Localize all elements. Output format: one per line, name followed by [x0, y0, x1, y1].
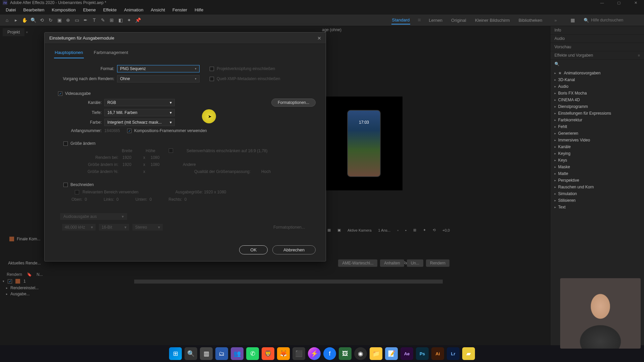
views-select[interactable]: 1 Ans... [376, 228, 393, 233]
format-select[interactable]: PNG Sequenz▾ [117, 65, 200, 72]
type-tool-icon[interactable]: T [90, 16, 99, 24]
whatsapp-icon[interactable]: ✆ [246, 347, 259, 360]
brave-icon[interactable]: 🦁 [262, 347, 274, 360]
facebook-icon[interactable]: f [323, 347, 336, 360]
menu-bearbeiten[interactable]: Bearbeiten [19, 6, 48, 14]
expand-icon[interactable]: ▸ [6, 292, 8, 296]
eraser-tool-icon[interactable]: ◧ [116, 16, 125, 24]
tree-item[interactable]: ▸3D-Kanal [550, 76, 644, 83]
camera-tool-icon[interactable]: ▣ [55, 16, 64, 24]
stop-button[interactable]: Un... [407, 259, 423, 267]
cancel-button[interactable]: Abbrechen [272, 245, 316, 254]
panel-menu-icon[interactable]: ≡ [638, 53, 640, 57]
render-button[interactable]: Rendern [426, 259, 449, 267]
workspace-grid-icon[interactable]: ▦ [568, 16, 577, 24]
ame-queue-button[interactable]: AME-Warteschl... [338, 259, 377, 267]
format-options-button[interactable]: Formatoptionen... [271, 99, 316, 107]
tree-item[interactable]: ▸Perspektive [550, 177, 644, 184]
pause-button[interactable]: Anhalten [380, 259, 404, 267]
render-checkbox[interactable] [8, 279, 12, 284]
channels-select[interactable]: RGB▾ [104, 99, 175, 106]
menu-ebene[interactable]: Ebene [79, 6, 100, 14]
workspace-overflow-icon[interactable]: » [554, 18, 557, 23]
dialog-close-button[interactable]: ✕ [316, 35, 322, 41]
tree-item[interactable]: ▸Maske [550, 164, 644, 170]
home-icon[interactable]: ⌂ [3, 16, 11, 24]
taskbar-search-icon[interactable]: 🔍 [184, 347, 197, 360]
viewer-icon[interactable]: ⟲ [431, 227, 438, 233]
depth-select[interactable]: 16,7 Mill. Farben▾ [104, 109, 175, 116]
notepad-icon[interactable]: 📝 [385, 347, 398, 360]
effects-panel-header[interactable]: Effekte und Vorgaben≡ [550, 51, 644, 60]
brush-tool-icon[interactable]: ✎ [99, 16, 107, 24]
messenger-icon[interactable]: ⚡ [308, 347, 321, 360]
color-select[interactable]: Integriert (mit Schwarz mask...▾ [104, 119, 175, 126]
app-icon[interactable]: ⬛ [292, 347, 305, 360]
firefox-icon[interactable]: 🦊 [277, 347, 290, 360]
roto-tool-icon[interactable]: ✦ [125, 16, 133, 24]
tree-item[interactable]: ▸★Animationsvorgaben [550, 70, 644, 76]
dialog-titlebar[interactable]: Einstellungen für Ausgabemodule ✕ [45, 33, 326, 44]
viewer-icon[interactable]: ⊞ [411, 227, 418, 233]
start-button[interactable]: ⊞ [169, 347, 182, 360]
pan-behind-tool-icon[interactable]: ⊕ [64, 16, 72, 24]
tree-item[interactable]: ▸Audio [550, 83, 644, 90]
comp-item[interactable]: Finale Kom... [17, 237, 41, 241]
illustrator-icon[interactable]: Ai [431, 347, 444, 360]
task-view-icon[interactable]: ▥ [200, 347, 213, 360]
crop-checkbox[interactable] [63, 183, 68, 187]
app-icon[interactable]: 🖼 [339, 347, 352, 360]
selection-tool-icon[interactable]: ▸ [11, 16, 20, 24]
workspace-lernen[interactable]: Lernen [428, 16, 443, 24]
zoom-tool-icon[interactable]: 🔍 [29, 16, 38, 24]
viewer-mask-icon[interactable]: ▣ [335, 227, 343, 233]
folder-icon[interactable]: 📁 [370, 347, 382, 360]
menu-ansicht[interactable]: Ansicht [147, 6, 169, 14]
photoshop-icon[interactable]: Ps [416, 347, 429, 360]
active-camera-select[interactable]: Aktive Kamera [345, 228, 374, 233]
viewer-icon[interactable]: ✦ [421, 227, 428, 233]
ok-button[interactable]: OK [239, 245, 268, 254]
app-icon[interactable]: ▰ [462, 347, 475, 360]
expand-icon[interactable]: ▸ [6, 286, 8, 290]
pen-tool-icon[interactable]: ✒ [81, 16, 90, 24]
tree-item[interactable]: ▸Farbkorrektur [550, 117, 644, 123]
info-panel-header[interactable]: Info [550, 26, 644, 35]
tree-item[interactable]: ▸Stilisieren [550, 197, 644, 204]
output-module-link[interactable]: Ausgabe... [10, 292, 30, 296]
menu-komposition[interactable]: Komposition [48, 6, 79, 14]
tree-item[interactable]: ▸Einstellungen für Expressions [550, 110, 644, 117]
tab-color-management[interactable]: Farbmanagement [93, 47, 129, 58]
lightroom-icon[interactable]: Lr [447, 347, 460, 360]
workspace-original[interactable]: Original [450, 16, 467, 24]
menu-animation[interactable]: Animation [120, 6, 147, 14]
after-effects-icon[interactable]: Ae [400, 347, 413, 360]
close-button[interactable]: ✕ [627, 0, 644, 5]
menu-fenster[interactable]: Fenster [169, 6, 191, 14]
resize-checkbox[interactable] [63, 141, 68, 146]
workspace-kleiner[interactable]: Kleiner Bildschirm [474, 16, 511, 24]
obs-icon[interactable]: ◉ [354, 347, 367, 360]
menu-datei[interactable]: Datei [2, 6, 19, 14]
tree-item[interactable]: ▸Dienstprogramm [550, 103, 644, 110]
expand-icon[interactable]: ▾ [3, 280, 4, 283]
clone-tool-icon[interactable]: ⊞ [107, 16, 116, 24]
tree-item[interactable]: ▸Kanäle [550, 143, 644, 150]
render-settings-link[interactable]: Rendereinstel... [10, 286, 39, 290]
tab-main-options[interactable]: Hauptoptionen [54, 47, 84, 58]
tree-item[interactable]: ▸Keys [550, 157, 644, 164]
orbit-tool-icon[interactable]: ⟲ [38, 16, 46, 24]
viewer-icon[interactable]: ▪ [403, 228, 409, 233]
rotate-tool-icon[interactable]: ↻ [46, 16, 55, 24]
maximize-button[interactable]: ▢ [610, 0, 627, 5]
tree-item[interactable]: ▸Fehlt [550, 123, 644, 130]
tree-item[interactable]: ▸Text [550, 204, 644, 210]
preview-panel-header[interactable]: Vorschau [550, 43, 644, 51]
workspace-standard[interactable]: Standard [391, 16, 411, 24]
puppet-tool-icon[interactable]: 📌 [133, 16, 142, 24]
minimize-button[interactable]: — [594, 0, 610, 5]
tree-item[interactable]: ▸Generieren [550, 130, 644, 137]
file-explorer-icon[interactable]: 🗂 [215, 347, 228, 360]
viewer-icon[interactable]: ▫ [395, 228, 400, 233]
help-search-input[interactable] [591, 18, 638, 22]
